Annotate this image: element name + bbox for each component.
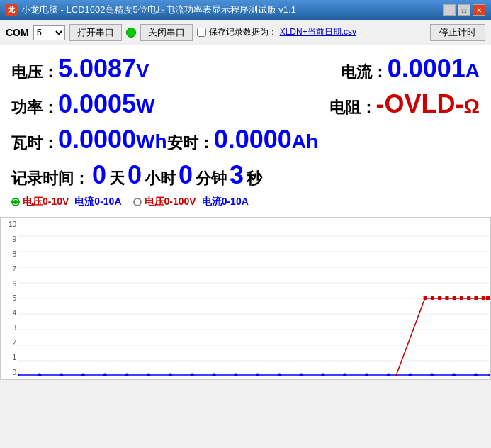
y-label-8: 8 — [12, 250, 16, 258]
range-option-1[interactable]: 电压0-10V 电流0-10A — [11, 196, 122, 208]
y-label-10: 10 — [9, 220, 16, 228]
com-label: COM — [6, 27, 29, 38]
range-option-2[interactable]: 电压0-100V 电流0-10A — [133, 196, 249, 208]
time-day-unit: 天 — [109, 168, 125, 189]
time-day-value: 0 — [92, 160, 106, 190]
minimize-button[interactable]: — — [443, 4, 456, 16]
wh-value: 0.0000 — [58, 125, 136, 155]
save-label: 保存记录数据为： — [209, 26, 277, 38]
svg-rect-43 — [486, 296, 490, 300]
current-value: 0.0001 — [388, 54, 465, 84]
range-radio-1[interactable] — [11, 198, 20, 206]
range-1-current-label: 电流0-10A — [74, 196, 121, 208]
y-axis: 10 9 8 7 6 5 4 3 2 1 0 — [1, 220, 18, 376]
svg-point-31 — [452, 374, 456, 377]
resistance-label: 电阻： — [329, 97, 376, 118]
svg-point-29 — [409, 374, 412, 377]
y-label-4: 4 — [12, 309, 16, 317]
svg-rect-40 — [467, 296, 470, 300]
time-min-value: 0 — [179, 160, 193, 190]
svg-point-33 — [488, 374, 490, 377]
y-label-3: 3 — [12, 324, 16, 332]
ah-unit: Ah — [292, 130, 318, 153]
svg-rect-38 — [453, 296, 456, 300]
save-area: 保存记录数据为： XLDN+当前日期.csv — [197, 26, 356, 38]
range-radio-2[interactable] — [133, 198, 142, 206]
svg-rect-37 — [445, 296, 448, 300]
resistance-unit: Ω — [464, 95, 480, 118]
main-display: 电压： 5.0087 V 电流： 0.0001 A 功率： 0.0005 W 电… — [0, 45, 491, 217]
y-label-5: 5 — [12, 294, 16, 302]
save-filename: XLDN+当前日期.csv — [280, 26, 356, 38]
power-label: 功率： — [11, 97, 58, 118]
title-bar-left: 龙 小龙电脑 - LCD1602高精度5位电压电流功率表显示程序测试版 v1.1 — [6, 4, 296, 16]
time-hour-unit: 小时 — [145, 168, 176, 189]
svg-rect-34 — [424, 296, 427, 300]
svg-rect-39 — [460, 296, 463, 300]
voltage-current-row: 电压： 5.0087 V 电流： 0.0001 A — [11, 51, 480, 86]
y-label-7: 7 — [12, 265, 16, 273]
voltage-label: 电压： — [11, 62, 58, 83]
wh-unit: Wh — [136, 130, 167, 153]
svg-rect-36 — [438, 296, 441, 300]
current-unit: A — [465, 60, 480, 82]
toolbar: COM 5 1 2 3 4 6 打开串口 关闭串口 保存记录数据为： XLDN+… — [0, 20, 491, 45]
svg-rect-41 — [474, 296, 478, 300]
com-select[interactable]: 5 1 2 3 4 6 — [33, 25, 65, 40]
time-hour-value: 0 — [128, 160, 142, 190]
window-title: 小龙电脑 - LCD1602高精度5位电压电流功率表显示程序测试版 v1.1 — [21, 4, 296, 16]
stop-timer-button[interactable]: 停止计时 — [430, 24, 485, 41]
current-label: 电流： — [341, 62, 388, 83]
time-label: 记录时间： — [11, 168, 89, 189]
wh-label: 瓦时： — [11, 133, 58, 154]
svg-rect-35 — [431, 296, 434, 300]
svg-point-32 — [474, 374, 478, 377]
chart-svg — [18, 220, 490, 376]
power-resistance-row: 功率： 0.0005 W 电阻： -OVLD- Ω — [11, 86, 480, 122]
ah-label: 安时： — [167, 133, 214, 154]
time-row: 记录时间： 0 天 0 小时 0 分钟 3 秒 — [11, 157, 480, 193]
save-checkbox[interactable] — [197, 28, 206, 37]
power-value: 0.0005 — [58, 89, 136, 119]
voltage-line — [18, 298, 490, 376]
time-sec-unit: 秒 — [247, 168, 262, 189]
svg-point-30 — [430, 374, 434, 377]
range-2-current-label: 电流0-10A — [202, 196, 249, 208]
ah-value: 0.0000 — [214, 125, 292, 155]
title-bar: 龙 小龙电脑 - LCD1602高精度5位电压电流功率表显示程序测试版 v1.1… — [0, 0, 491, 20]
y-label-2: 2 — [12, 339, 16, 347]
close-port-button[interactable]: 关闭串口 — [140, 24, 193, 41]
resistance-value: -OVLD- — [376, 89, 464, 119]
close-button[interactable]: ✕ — [473, 4, 485, 16]
y-label-6: 6 — [12, 280, 16, 288]
power-unit: W — [136, 95, 154, 118]
svg-rect-42 — [482, 296, 485, 300]
title-bar-controls[interactable]: — □ ✕ — [443, 4, 485, 16]
connection-status-dot — [126, 28, 136, 38]
wh-ah-row: 瓦时： 0.0000 Wh 安时： 0.0000 Ah — [11, 122, 480, 157]
open-port-button[interactable]: 打开串口 — [69, 24, 122, 41]
maximize-button[interactable]: □ — [458, 4, 470, 16]
range-selector: 电压0-10V 电流0-10A 电压0-100V 电流0-10A — [11, 193, 480, 211]
range-1-voltage-label: 电压0-10V — [23, 196, 69, 208]
time-min-unit: 分钟 — [196, 168, 227, 189]
y-label-1: 1 — [12, 354, 16, 362]
time-sec-value: 3 — [230, 160, 244, 190]
voltage-value: 5.0087 — [58, 54, 136, 84]
voltage-unit: V — [136, 60, 149, 82]
y-label-9: 9 — [12, 235, 16, 243]
y-label-0: 0 — [12, 369, 16, 376]
app-icon: 龙 — [6, 4, 17, 16]
chart-area: 10 9 8 7 6 5 4 3 2 1 0 — [0, 217, 491, 380]
range-2-voltage-label: 电压0-100V — [145, 196, 196, 208]
